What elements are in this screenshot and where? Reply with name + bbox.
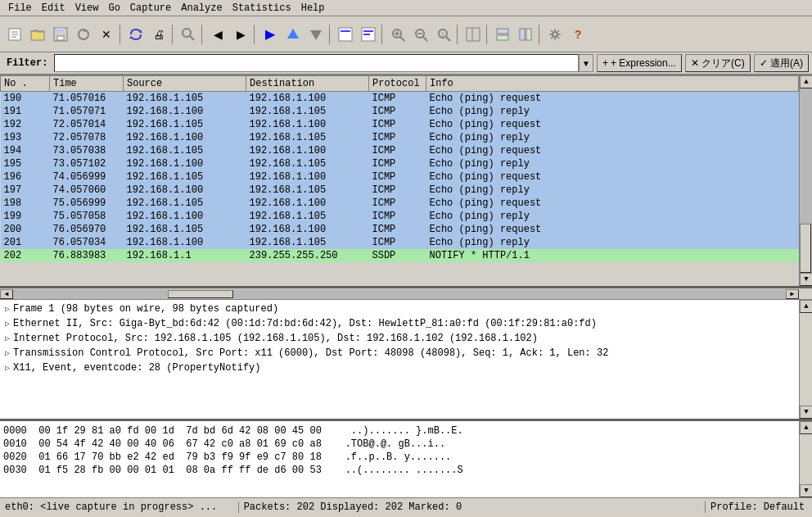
table-row[interactable]: 192 72.057014 192.168.1.105 192.168.1.10…	[1, 118, 799, 131]
toolbar-settings[interactable]	[544, 24, 566, 45]
cell-protocol: ICMP	[369, 184, 426, 197]
toolbar-zoom-in[interactable]	[387, 24, 408, 45]
packet-hscroll[interactable]: ◀ ▶	[0, 288, 812, 300]
hex-vscroll[interactable]: ▲ ▼	[799, 421, 812, 497]
cell-no: 193	[1, 131, 50, 144]
hscroll-track[interactable]	[13, 289, 786, 299]
packet-details-section: ▷Frame 1 (98 bytes on wire, 98 bytes cap…	[0, 300, 812, 421]
table-row[interactable]: 191 71.057071 192.168.1.100 192.168.1.10…	[1, 105, 799, 118]
svg-rect-35	[526, 29, 531, 40]
cell-destination: 192.168.1.105	[246, 210, 369, 223]
details-vscroll-up[interactable]: ▲	[800, 300, 812, 313]
detail-row[interactable]: ▷Transmission Control Protocol, Src Port…	[2, 346, 797, 361]
details-vscroll-down[interactable]: ▼	[800, 406, 812, 419]
vscroll-up-arrow[interactable]: ▲	[800, 75, 812, 88]
cell-info: Echo (ping) request	[426, 118, 799, 131]
detail-row[interactable]: ▷Internet Protocol, Src: 192.168.1.105 (…	[2, 331, 797, 346]
toolbar-view2[interactable]	[515, 24, 536, 45]
toolbar-capture-up[interactable]	[282, 24, 304, 45]
cell-source: 192.168.1.100	[124, 210, 246, 223]
table-row[interactable]: 200 76.056970 192.168.1.105 192.168.1.10…	[1, 223, 799, 236]
cell-info: Echo (ping) reply	[426, 131, 799, 144]
hex-vscroll-track[interactable]	[800, 434, 812, 484]
col-header-info[interactable]: Info	[426, 76, 799, 92]
table-row[interactable]: 195 73.057102 192.168.1.100 192.168.1.10…	[1, 157, 799, 170]
col-header-protocol[interactable]: Protocol	[369, 76, 426, 92]
hscroll-right-arrow[interactable]: ▶	[786, 289, 799, 299]
toolbar-close[interactable]: ✕	[96, 24, 117, 45]
col-header-time[interactable]: Time	[50, 76, 124, 92]
menu-view[interactable]: View	[70, 2, 104, 15]
toolbar-open[interactable]	[27, 24, 48, 45]
toolbar-view1[interactable]	[492, 24, 513, 45]
toolbar-print[interactable]: 🖨	[148, 24, 169, 45]
hex-vscroll-down[interactable]: ▼	[800, 484, 812, 497]
menu-analyze[interactable]: Analyze	[176, 2, 227, 15]
hex-row: 0000 00 1f 29 81 a0 fd 00 1d 7d bd 6d 42…	[3, 424, 796, 438]
table-row[interactable]: 190 71.057016 192.168.1.105 192.168.1.10…	[1, 92, 799, 106]
toolbar-help[interactable]: ?	[567, 24, 589, 45]
toolbar-new[interactable]	[4, 24, 25, 45]
cell-time: 71.057016	[50, 92, 124, 106]
toolbar-zoom-out[interactable]	[410, 24, 431, 45]
vscroll-track[interactable]	[800, 88, 812, 273]
table-row[interactable]: 199 75.057058 192.168.1.100 192.168.1.10…	[1, 210, 799, 223]
table-row[interactable]: 193 72.057078 192.168.1.100 192.168.1.10…	[1, 131, 799, 144]
hex-dump-content: 0000 00 1f 29 81 a0 fd 00 1d 7d bd 6d 42…	[0, 421, 799, 497]
col-header-destination[interactable]: Destination	[246, 76, 369, 92]
col-header-source[interactable]: Source	[124, 76, 246, 92]
toolbar-capture-start[interactable]: ▶	[259, 24, 281, 45]
hex-vscroll-up[interactable]: ▲	[800, 421, 812, 434]
table-row[interactable]: 196 74.056999 192.168.1.105 192.168.1.10…	[1, 170, 799, 184]
toolbar-find[interactable]	[178, 24, 199, 45]
menu-go[interactable]: Go	[103, 2, 124, 15]
detail-row[interactable]: ▷Ethernet II, Src: Giga-Byt_bd:6d:42 (00…	[2, 316, 797, 331]
cell-info: Echo (ping) request	[426, 223, 799, 236]
menu-help[interactable]: Help	[296, 2, 330, 15]
filter-dropdown-btn[interactable]: ▼	[579, 54, 593, 72]
cell-destination: 192.168.1.105	[246, 131, 369, 144]
filter-clear-button[interactable]: ✕ クリア(C)	[685, 54, 751, 72]
detail-row[interactable]: ▷Frame 1 (98 bytes on wire, 98 bytes cap…	[2, 302, 797, 316]
toolbar-reload[interactable]	[73, 24, 94, 45]
details-vscroll-track[interactable]	[800, 313, 812, 406]
cell-protocol: ICMP	[369, 170, 426, 184]
menu-statistics[interactable]: Statistics	[228, 2, 296, 15]
toolbar-capture-down[interactable]	[305, 24, 327, 45]
filter-input[interactable]	[54, 54, 579, 72]
filter-apply-button[interactable]: ✓ 適用(A)	[754, 54, 809, 72]
cell-destination: 192.168.1.100	[246, 170, 369, 184]
menu-edit[interactable]: Edit	[37, 2, 70, 15]
hex-row: 0030 01 f5 28 fb 00 00 01 01 08 0a ff ff…	[3, 464, 796, 477]
table-row[interactable]: 198 75.056999 192.168.1.105 192.168.1.10…	[1, 197, 799, 210]
toolbar-save[interactable]	[50, 24, 71, 45]
col-header-no[interactable]: No .	[1, 76, 50, 92]
vscroll-down-arrow[interactable]: ▼	[800, 273, 812, 286]
toolbar-resize[interactable]	[462, 24, 484, 45]
toolbar-back[interactable]: ◀	[207, 24, 228, 45]
hex-dump-section: 0000 00 1f 29 81 a0 fd 00 1d 7d bd 6d 42…	[0, 421, 812, 497]
menu-capture[interactable]: Capture	[125, 2, 176, 15]
toolbar-options1[interactable]	[335, 24, 356, 45]
cell-no: 200	[1, 223, 50, 236]
table-row[interactable]: 201 76.057034 192.168.1.100 192.168.1.10…	[1, 236, 799, 249]
table-row[interactable]: 194 73.057038 192.168.1.105 192.168.1.10…	[1, 144, 799, 157]
vscroll-thumb[interactable]	[800, 224, 811, 273]
svg-rect-33	[497, 35, 508, 40]
toolbar-forward[interactable]: ▶	[230, 24, 251, 45]
hscroll-thumb[interactable]	[168, 290, 233, 298]
filter-expression-button[interactable]: + + Expression...	[597, 54, 682, 72]
toolbar-options2[interactable]	[358, 24, 379, 45]
table-row[interactable]: 197 74.057060 192.168.1.100 192.168.1.10…	[1, 184, 799, 197]
svg-rect-32	[497, 29, 508, 34]
detail-row[interactable]: ▷X11, Event, eventcode: 28 (PropertyNoti…	[2, 361, 797, 375]
details-vscroll[interactable]: ▲ ▼	[799, 300, 812, 419]
menu-file[interactable]: File	[3, 2, 37, 15]
table-row[interactable]: 202 76.883983 192.168.1.1 239.255.255.25…	[1, 249, 799, 262]
toolbar-refresh[interactable]	[125, 24, 147, 45]
hscroll-left-arrow[interactable]: ◀	[0, 289, 13, 299]
packet-list-vscroll[interactable]: ▲ ▼	[799, 75, 812, 286]
cell-source: 192.168.1.100	[124, 236, 246, 249]
toolbar-zoom-normal[interactable]: 1	[433, 24, 454, 45]
status-packet-counts: Packets: 202 Displayed: 202 Marked: 0	[239, 501, 706, 513]
